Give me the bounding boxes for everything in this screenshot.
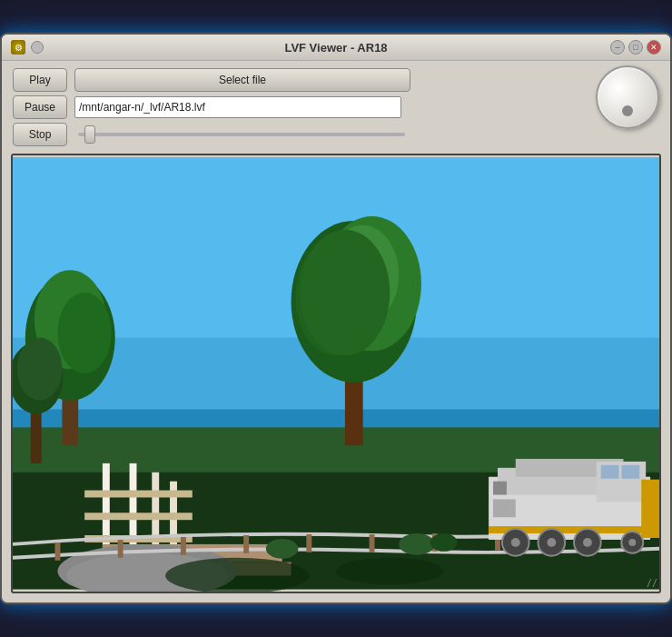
maximize-button[interactable]: □ xyxy=(628,40,643,55)
title-bar: ⚙ LVF Viewer - AR18 – □ ✕ xyxy=(2,35,670,61)
title-extra-btn[interactable] xyxy=(31,41,44,54)
svg-point-12 xyxy=(17,337,62,400)
knob-wrapper xyxy=(596,65,659,129)
window-title: LVF Viewer - AR18 xyxy=(284,41,387,55)
svg-rect-23 xyxy=(84,491,193,498)
svg-rect-24 xyxy=(84,513,193,520)
stop-row: Stop xyxy=(13,123,659,146)
svg-point-54 xyxy=(547,538,556,547)
svg-point-18 xyxy=(300,230,390,355)
svg-point-62 xyxy=(266,539,299,559)
controls-area: Play Select file Pause Stop xyxy=(2,61,670,154)
svg-point-53 xyxy=(511,538,520,547)
main-window: ⚙ LVF Viewer - AR18 – □ ✕ Play Select fi… xyxy=(0,33,672,604)
svg-rect-46 xyxy=(493,499,516,517)
svg-point-59 xyxy=(336,558,444,585)
file-path-input[interactable] xyxy=(74,96,401,118)
window-controls: – □ ✕ xyxy=(610,40,661,55)
svg-rect-47 xyxy=(493,482,507,495)
svg-rect-57 xyxy=(641,480,659,538)
video-display: // xyxy=(11,154,661,593)
knob-indicator xyxy=(622,105,633,116)
volume-knob[interactable] xyxy=(596,65,659,129)
minimize-button[interactable]: – xyxy=(610,40,625,55)
svg-point-60 xyxy=(399,533,435,555)
stop-button[interactable]: Stop xyxy=(13,123,67,146)
svg-point-9 xyxy=(57,293,111,373)
svg-rect-44 xyxy=(601,465,619,479)
close-button[interactable]: ✕ xyxy=(647,40,661,55)
scene-svg xyxy=(13,155,659,592)
play-button[interactable]: Play xyxy=(13,68,67,92)
controls-wrapper: Play Select file Pause Stop xyxy=(2,61,670,154)
app-icon: ⚙ xyxy=(11,40,25,55)
svg-point-61 xyxy=(430,533,458,552)
pause-button[interactable]: Pause xyxy=(13,95,67,119)
title-bar-left: ⚙ xyxy=(11,40,44,55)
svg-rect-45 xyxy=(621,465,639,479)
pause-row: Pause xyxy=(13,95,659,119)
slider-thumb[interactable] xyxy=(84,125,95,144)
play-row: Play Select file xyxy=(13,68,659,92)
svg-point-55 xyxy=(583,538,592,547)
select-file-button[interactable]: Select file xyxy=(74,68,410,92)
slider-row xyxy=(74,133,659,136)
progress-slider[interactable] xyxy=(78,133,405,136)
resize-handle[interactable]: // xyxy=(647,579,657,590)
svg-point-56 xyxy=(628,539,636,546)
